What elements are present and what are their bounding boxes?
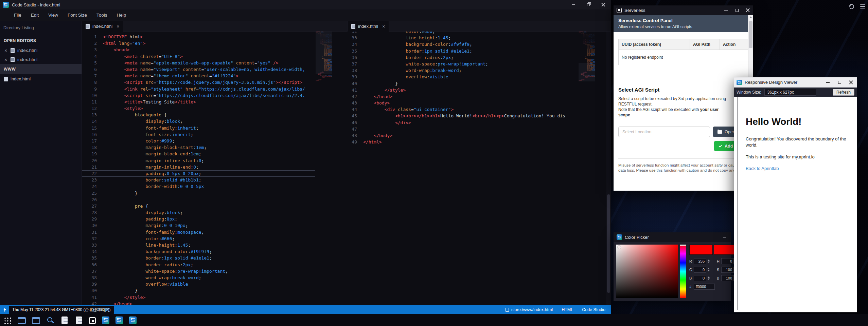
close-button[interactable] bbox=[596, 0, 611, 9]
window-icon[interactable] bbox=[18, 317, 26, 324]
scrollbar[interactable] bbox=[606, 32, 611, 305]
app-grid-icon[interactable] bbox=[3, 316, 12, 324]
picker-cursor[interactable] bbox=[618, 246, 621, 249]
sidebar-item-index.html[interactable]: index.html bbox=[0, 74, 82, 83]
minimize-button[interactable] bbox=[719, 232, 731, 242]
refresh-button[interactable]: Refresh bbox=[833, 89, 854, 96]
code-line[interactable]: 1<!DOCTYPE html> bbox=[82, 34, 315, 40]
code-line[interactable]: 3 <head> bbox=[82, 46, 315, 53]
code-line[interactable]: 29 padding:8px; bbox=[82, 216, 315, 222]
hue-value[interactable]: 0 bbox=[721, 258, 734, 264]
stepper-icon[interactable] bbox=[708, 267, 710, 272]
current-color-swatch[interactable] bbox=[689, 245, 713, 255]
tab-close-icon[interactable]: × bbox=[382, 24, 385, 29]
menu-item-help[interactable]: Help bbox=[112, 11, 131, 20]
maximize-button[interactable] bbox=[731, 5, 742, 15]
brightness-value[interactable]: 100 bbox=[721, 275, 734, 281]
code-line[interactable]: 46 </div> bbox=[335, 119, 579, 126]
minimize-button[interactable] bbox=[721, 5, 731, 15]
code-line[interactable]: 19 margin-block-end:1em; bbox=[82, 151, 315, 157]
code-line[interactable]: 25 } bbox=[82, 190, 315, 196]
code-line[interactable]: 8 <script src="https://code.jquery.com/j… bbox=[82, 79, 315, 85]
hue-cursor[interactable] bbox=[680, 245, 686, 246]
blue-value[interactable]: 0 bbox=[694, 275, 706, 281]
code-line[interactable]: 32 color:#666; bbox=[335, 32, 579, 35]
scrollbar-thumb[interactable] bbox=[749, 21, 752, 48]
code-line[interactable]: 9 <link rel="stylesheet" href="https://c… bbox=[82, 86, 315, 92]
red-value[interactable]: 255 bbox=[694, 258, 706, 264]
serverless-icon[interactable] bbox=[89, 317, 96, 324]
code-line[interactable]: 36 border-radius:2px; bbox=[82, 262, 315, 268]
code-line[interactable]: 48 </body> bbox=[335, 132, 579, 139]
code-studio-icon[interactable] bbox=[129, 317, 137, 324]
refresh-icon[interactable] bbox=[849, 4, 854, 9]
code-line[interactable]: 21 margin-inline-end:0; bbox=[82, 164, 315, 170]
document-icon[interactable] bbox=[61, 317, 68, 324]
code-line[interactable]: 4 <meta charset="UTF-8"> bbox=[82, 53, 315, 60]
code-line[interactable]: 13 blockquote { bbox=[82, 112, 315, 118]
code-line[interactable]: 37 white-space:pre-wrap!important; bbox=[335, 61, 579, 67]
code-line[interactable]: 34 background-color:#f9f9f9; bbox=[335, 41, 579, 47]
menu-item-view[interactable]: View bbox=[44, 11, 63, 20]
maximize-button[interactable] bbox=[834, 77, 845, 87]
code-line[interactable]: 36 border-radius:2px; bbox=[335, 54, 579, 61]
code-studio-icon[interactable] bbox=[116, 317, 123, 324]
code-line[interactable]: 20 margin-inline-start:0; bbox=[82, 157, 315, 164]
menu-item-tools[interactable]: Tools bbox=[92, 11, 112, 20]
saturation-value[interactable]: 100 bbox=[721, 267, 734, 273]
code-line[interactable]: 34 background-color:#f9f9f9; bbox=[82, 248, 315, 255]
hex-value[interactable]: ff0000 bbox=[694, 284, 715, 290]
minimap[interactable]: <!DOCTYPE html><html lang="en"> <head> <… bbox=[316, 32, 332, 81]
code-line[interactable]: 41 </style> bbox=[335, 87, 579, 93]
saturation-value-picker[interactable] bbox=[616, 245, 678, 298]
code-line[interactable]: 6 <meta name="viewport" content="user-sc… bbox=[82, 66, 315, 73]
code-line[interactable]: 42 </head> bbox=[335, 93, 579, 100]
code-line[interactable]: 38 word-wrap:break-word; bbox=[82, 274, 315, 281]
menu-icon[interactable] bbox=[860, 3, 865, 9]
code-line[interactable]: 17 color:#999; bbox=[82, 138, 315, 144]
back-link[interactable]: Back to Aprintlab bbox=[746, 166, 779, 171]
menu-item-edit[interactable]: Edit bbox=[26, 11, 43, 20]
code-line[interactable]: 31 font-family:monospace; bbox=[82, 229, 315, 235]
code-studio-icon[interactable] bbox=[102, 317, 109, 324]
document-icon[interactable] bbox=[76, 317, 82, 324]
code-line[interactable]: 40 } bbox=[335, 80, 579, 87]
scrollbar-thumb[interactable] bbox=[607, 194, 610, 293]
code-line[interactable]: 12 <style> bbox=[82, 105, 315, 112]
scroll-up-icon[interactable] bbox=[748, 15, 753, 20]
code-line[interactable]: 2<html lang="en"> bbox=[82, 40, 315, 46]
sidebar-item-index.html[interactable]: ×index.html bbox=[0, 46, 82, 55]
tab-close-icon[interactable]: × bbox=[117, 24, 119, 29]
code-line[interactable]: 18 margin-block-start:1em; bbox=[82, 144, 315, 151]
code-line[interactable]: 33 line-height:1.45; bbox=[335, 35, 579, 41]
minimize-button[interactable] bbox=[822, 77, 834, 87]
sidebar-section-www[interactable]: WWW bbox=[0, 64, 82, 74]
minimap[interactable]: <!DOCTYPE html><html lang="en"> <head> <… bbox=[579, 32, 595, 81]
hue-slider[interactable] bbox=[680, 245, 686, 298]
code-line[interactable]: 28 display:block; bbox=[82, 209, 315, 216]
search-icon[interactable] bbox=[46, 316, 54, 324]
close-button[interactable] bbox=[742, 5, 753, 15]
code-line[interactable]: 5 <meta name="apple-mobile-web-app-capab… bbox=[82, 60, 315, 66]
code-line[interactable]: 40 } bbox=[82, 287, 315, 294]
code-line[interactable]: 43 <body> bbox=[335, 100, 579, 106]
editor-pane-right[interactable]: 32 color:#666;33 line-height:1.45;34 bac… bbox=[335, 32, 611, 305]
code-line[interactable]: 15 font-family:inherit; bbox=[82, 125, 315, 131]
code-line[interactable]: 24 border-width:0 0 0 5px bbox=[82, 183, 315, 190]
code-line[interactable]: 16 font-size:inherit; bbox=[82, 131, 315, 138]
code-line[interactable]: 32 color:#666; bbox=[82, 235, 315, 242]
stepper-icon[interactable] bbox=[708, 258, 710, 264]
code-line[interactable]: 35 border:1px solid #e1e1e1; bbox=[335, 48, 579, 54]
close-icon[interactable]: × bbox=[4, 48, 8, 53]
sidebar-item-index.html[interactable]: ×index.html bbox=[0, 55, 82, 64]
code-line[interactable]: 49</html> bbox=[335, 139, 579, 145]
code-line[interactable]: 45 <h1><br></h1><h1>Hello World!<br></h1… bbox=[335, 113, 579, 119]
status-language[interactable]: HTML bbox=[562, 307, 573, 312]
editor-pane-left[interactable]: 1<!DOCTYPE html>2<html lang="en">3 <head… bbox=[82, 32, 335, 305]
minimize-button[interactable] bbox=[566, 0, 581, 9]
menu-item-font-size[interactable]: Font Size bbox=[63, 11, 91, 20]
menu-item-file[interactable]: File bbox=[10, 11, 26, 20]
code-line[interactable]: 38 word-wrap:break-word; bbox=[335, 67, 579, 74]
minimap-viewport[interactable] bbox=[579, 63, 595, 81]
code-line[interactable]: 7 <meta name="theme-color" content="#ff9… bbox=[82, 73, 315, 79]
